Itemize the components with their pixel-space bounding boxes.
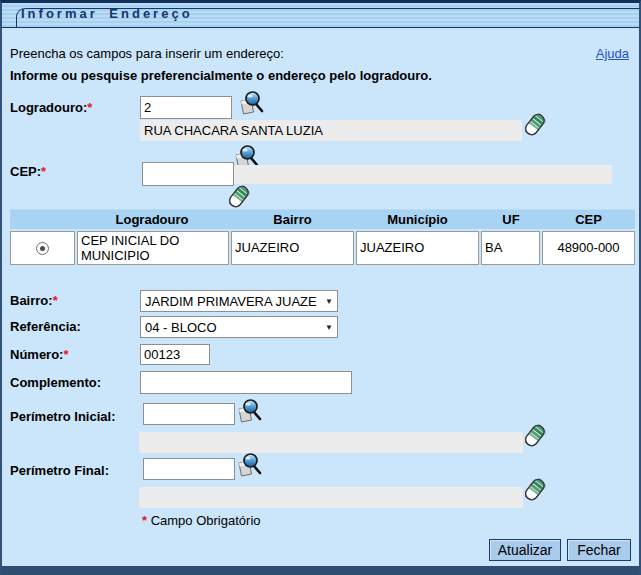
complemento-label: Complemento: — [10, 375, 101, 390]
header-cep: CEP — [542, 212, 635, 227]
chevron-down-icon: ▼ — [325, 323, 337, 332]
referencia-selected-value: 04 - BLOCO — [141, 320, 325, 335]
logradouro-search-icon[interactable] — [237, 90, 265, 120]
numero-label: Número:* — [10, 347, 69, 362]
cep-label: CEP:* — [10, 164, 46, 179]
atualizar-button[interactable]: Atualizar — [489, 539, 561, 561]
header-logradouro: Logradouro — [75, 212, 229, 227]
informar-endereco-dialog: Informar Endereço Preencha os campos par… — [0, 0, 641, 575]
perimetro-inicial-clear-icon[interactable] — [523, 423, 546, 452]
complemento-input[interactable] — [140, 371, 352, 394]
logradouro-code-input[interactable] — [140, 96, 232, 119]
logradouro-name-field: RUA CHACARA SANTA LUZIA — [140, 120, 522, 141]
perimetro-inicial-input[interactable] — [143, 403, 235, 425]
logradouro-label: Logradouro:* — [10, 100, 92, 115]
bottom-bar — [0, 566, 641, 575]
perimetro-final-clear-icon[interactable] — [523, 477, 546, 506]
cell-bairro: JUAZEIRO — [231, 231, 354, 265]
sub-instruction-text: Informe ou pesquise preferencialmente o … — [10, 68, 432, 83]
perimetro-inicial-resolved-field — [139, 432, 523, 453]
perimetro-final-search-icon[interactable] — [235, 452, 263, 482]
header-uf: UF — [481, 212, 541, 227]
fechar-button[interactable]: Fechar — [567, 539, 631, 561]
cell-logradouro: CEP INICIAL DO MUNICIPIO — [77, 231, 229, 265]
perimetro-inicial-label: Perímetro Inicial: — [10, 409, 115, 424]
referencia-label: Referência: — [10, 319, 81, 334]
logradouro-clear-icon[interactable] — [523, 112, 546, 141]
cell-uf: BA — [481, 231, 540, 265]
cell-municipio: JUAZEIRO — [356, 231, 479, 265]
chevron-down-icon: ▼ — [325, 297, 337, 306]
row-radio-button[interactable] — [36, 242, 49, 255]
cep-table-header: Logradouro Bairro Município UF CEP — [10, 209, 635, 229]
perimetro-final-input[interactable] — [143, 458, 235, 480]
referencia-select[interactable]: 04 - BLOCO ▼ — [140, 316, 338, 338]
bairro-selected-value: JARDIM PRIMAVERA JUAZE — [141, 294, 325, 309]
cep-resolved-field — [234, 165, 612, 184]
numero-input[interactable] — [140, 344, 210, 365]
instruction-text: Preencha os campos para inserir um ender… — [10, 46, 284, 61]
cep-input[interactable] — [142, 162, 234, 186]
row-select-cell — [10, 231, 75, 265]
bairro-label: Bairro:* — [10, 293, 58, 308]
perimetro-inicial-search-icon[interactable] — [235, 398, 263, 428]
perimetro-final-resolved-field — [139, 487, 523, 508]
cell-cep: 48900-000 — [542, 231, 635, 265]
bairro-select[interactable]: JARDIM PRIMAVERA JUAZE ▼ — [140, 290, 338, 312]
help-link[interactable]: Ajuda — [596, 46, 629, 61]
dialog-title: Informar Endereço — [21, 6, 193, 21]
header-bairro: Bairro — [230, 212, 355, 227]
header-municipio: Município — [355, 212, 480, 227]
dialog-titlebar: Informar Endereço — [2, 3, 639, 28]
required-note: * Campo Obrigatório — [142, 513, 261, 528]
perimetro-final-label: Perímetro Final: — [10, 463, 109, 478]
